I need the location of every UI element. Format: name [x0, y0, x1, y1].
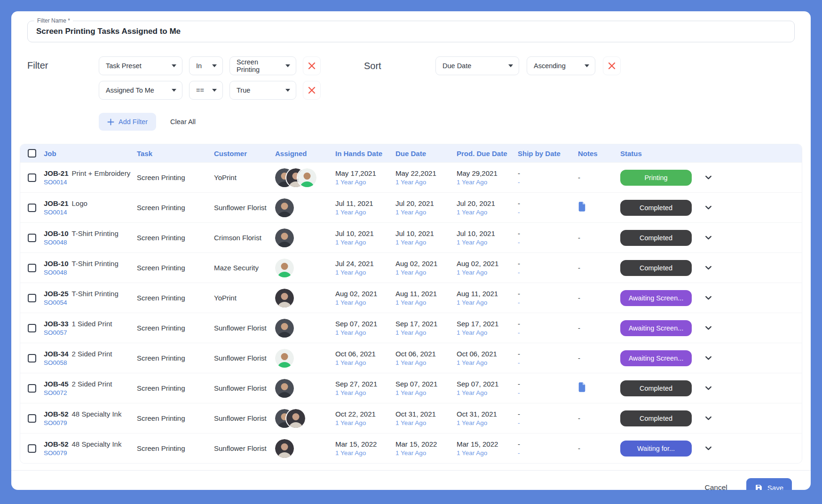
row-expand-chevron[interactable] — [701, 204, 718, 212]
job-title: 2 Sided Print — [72, 350, 112, 358]
header-prod-due-date: Prod. Due Date — [457, 150, 518, 158]
customer-cell: Sunflower Florist — [214, 354, 275, 362]
filter-value-dropdown[interactable]: Screen Printing — [229, 56, 296, 75]
remove-sort-button[interactable] — [603, 56, 621, 75]
row-checkbox[interactable] — [28, 204, 36, 212]
remove-filter-button[interactable] — [303, 56, 321, 75]
status-badge[interactable]: Waiting for... — [620, 441, 692, 457]
avatar — [275, 319, 294, 338]
filter-operator-dropdown[interactable]: In — [189, 56, 223, 75]
status-badge[interactable]: Awaiting Screen... — [620, 350, 692, 366]
sales-order-link[interactable]: SO0014 — [44, 179, 67, 186]
sales-order-link[interactable]: SO0048 — [44, 239, 67, 246]
task-cell: Screen Printing — [137, 444, 214, 452]
sales-order-link[interactable]: SO0058 — [44, 359, 67, 366]
row-expand-chevron[interactable] — [701, 354, 718, 362]
row-expand-chevron[interactable] — [701, 324, 718, 332]
add-filter-label: Add Filter — [119, 118, 148, 126]
job-line: JOB-10T-Shirt Printing — [44, 229, 134, 237]
job-line: JOB-21Print + Embroidery — [44, 169, 134, 177]
status-badge[interactable]: Completed — [620, 410, 692, 426]
status-badge[interactable]: Completed — [620, 260, 692, 276]
footer: Cancel Save — [11, 470, 811, 490]
avatar-stack — [275, 439, 332, 458]
prod-due-date: Sep 17, 20211 Year Ago — [457, 320, 518, 336]
due-date-value: Oct 06, 2021 — [395, 350, 454, 358]
sales-order-link[interactable]: SO0054 — [44, 299, 67, 306]
row-checkbox[interactable] — [28, 414, 36, 423]
status-badge[interactable]: Completed — [620, 200, 692, 216]
status-badge[interactable]: Printing — [620, 170, 692, 186]
filter-field-dropdown[interactable]: Task Preset — [99, 56, 182, 75]
job-id: JOB-25 — [44, 290, 69, 298]
sort-field-dropdown[interactable]: Due Date — [435, 56, 519, 75]
header-in-hands-date: In Hands Date — [335, 150, 395, 158]
sales-order-link[interactable]: SO0079 — [44, 419, 67, 426]
chevron-down-icon — [285, 89, 290, 92]
row-checkbox[interactable] — [28, 354, 36, 362]
row-expand-chevron[interactable] — [701, 294, 718, 302]
assigned-cell — [275, 259, 335, 277]
row-expand-chevron[interactable] — [701, 234, 718, 242]
chevron-down-icon — [212, 89, 217, 92]
remove-filter-button[interactable] — [303, 81, 321, 100]
row-checkbox[interactable] — [28, 173, 36, 182]
sales-order-link[interactable]: SO0057 — [44, 329, 67, 336]
row-expand-chevron[interactable] — [701, 384, 718, 392]
status-badge[interactable]: Awaiting Screen... — [620, 290, 692, 306]
clear-all-button[interactable]: Clear All — [170, 118, 196, 126]
job-cell: JOB-5248 Specialty InkSO0079 — [44, 440, 137, 457]
job-cell: JOB-331 Sided PrintSO0057 — [44, 320, 137, 337]
save-button[interactable]: Save — [746, 478, 792, 490]
prod-due-date: Aug 11, 20211 Year Ago — [457, 290, 518, 306]
note-file-icon[interactable] — [578, 202, 586, 212]
notes-cell — [578, 202, 620, 213]
add-filter-button[interactable]: Add Filter — [99, 113, 156, 131]
due-date-ago: 1 Year Ago — [395, 449, 454, 457]
in-hands-date-value: Sep 07, 2021 — [335, 320, 393, 328]
due-date: Jul 20, 20211 Year Ago — [395, 199, 457, 216]
sales-order-link[interactable]: SO0072 — [44, 389, 67, 396]
assigned-cell — [275, 228, 335, 247]
filter-name-input[interactable] — [36, 27, 786, 36]
sort-direction-dropdown[interactable]: Ascending — [527, 56, 595, 75]
table-row: JOB-5248 Specialty InkSO0079Screen Print… — [20, 403, 802, 433]
row-checkbox[interactable] — [28, 324, 36, 332]
sales-order-link[interactable]: SO0014 — [44, 209, 67, 216]
row-expand-chevron[interactable] — [701, 444, 718, 452]
cancel-button[interactable]: Cancel — [705, 483, 727, 490]
in-hands-date-ago: 1 Year Ago — [335, 209, 393, 216]
assigned-cell — [275, 289, 335, 307]
status-badge[interactable]: Completed — [620, 230, 692, 246]
table-body: JOB-21Print + EmbroiderySO0014Screen Pri… — [20, 162, 802, 463]
row-expand-chevron[interactable] — [701, 414, 718, 422]
header-due-date: Due Date — [395, 150, 457, 158]
notes-dash: - — [578, 444, 580, 452]
filter-value-dropdown[interactable]: True — [229, 81, 296, 100]
prod-due-date: Jul 10, 20211 Year Ago — [457, 229, 518, 246]
sales-order-link[interactable]: SO0048 — [44, 269, 67, 276]
prod-due-date-ago: 1 Year Ago — [457, 269, 515, 276]
select-all-checkbox[interactable] — [28, 149, 36, 158]
filter-operator-dropdown[interactable]: == — [189, 81, 223, 100]
status-badge[interactable]: Awaiting Screen... — [620, 320, 692, 336]
row-expand-chevron[interactable] — [701, 264, 718, 272]
job-line: JOB-25T-Shirt Printing — [44, 290, 134, 298]
row-checkbox[interactable] — [28, 234, 36, 242]
prod-due-date-ago: 1 Year Ago — [457, 419, 515, 426]
row-checkbox[interactable] — [28, 264, 36, 272]
row-expand-chevron[interactable] — [701, 173, 718, 181]
due-date: Mar 15, 20221 Year Ago — [395, 440, 457, 457]
prod-due-date-value: Aug 11, 2021 — [457, 290, 515, 298]
note-file-icon[interactable] — [578, 382, 586, 392]
task-cell: Screen Printing — [137, 204, 214, 212]
row-checkbox[interactable] — [28, 444, 36, 453]
filter-field-dropdown[interactable]: Assigned To Me — [99, 81, 182, 100]
notes-cell: - — [578, 414, 620, 423]
tasks-table: Job Task Customer Assigned In Hands Date… — [20, 144, 802, 464]
row-checkbox[interactable] — [28, 294, 36, 302]
row-checkbox[interactable] — [28, 384, 36, 393]
status-badge[interactable]: Completed — [620, 380, 692, 396]
notes-cell: - — [578, 444, 620, 453]
sales-order-link[interactable]: SO0079 — [44, 449, 67, 457]
